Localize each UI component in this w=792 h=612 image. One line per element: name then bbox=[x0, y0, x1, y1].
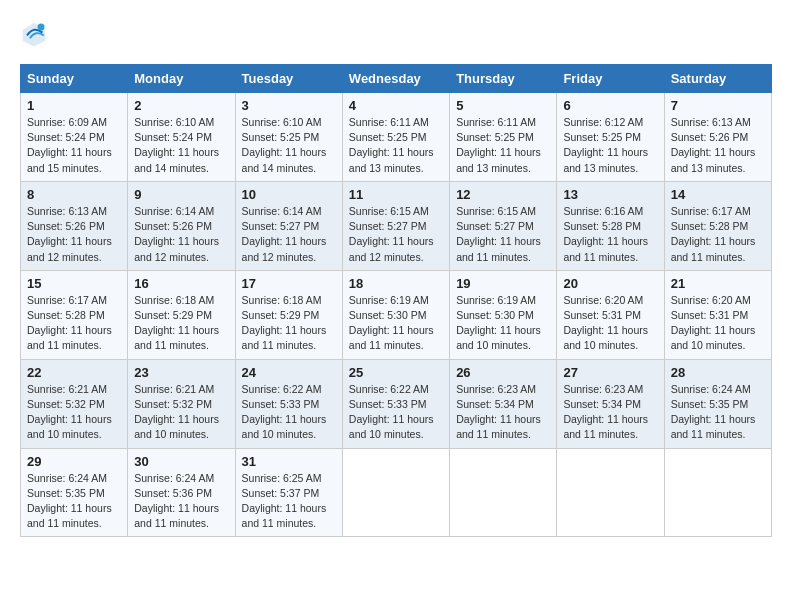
day-info: Sunrise: 6:11 AM Sunset: 5:25 PM Dayligh… bbox=[349, 115, 443, 176]
day-info: Sunrise: 6:21 AM Sunset: 5:32 PM Dayligh… bbox=[27, 382, 121, 443]
calendar-cell bbox=[342, 448, 449, 537]
day-info: Sunrise: 6:18 AM Sunset: 5:29 PM Dayligh… bbox=[134, 293, 228, 354]
day-number: 18 bbox=[349, 276, 443, 291]
day-info: Sunrise: 6:24 AM Sunset: 5:35 PM Dayligh… bbox=[671, 382, 765, 443]
calendar-cell: 14 Sunrise: 6:17 AM Sunset: 5:28 PM Dayl… bbox=[664, 181, 771, 270]
header-saturday: Saturday bbox=[664, 65, 771, 93]
day-number: 27 bbox=[563, 365, 657, 380]
day-info: Sunrise: 6:17 AM Sunset: 5:28 PM Dayligh… bbox=[671, 204, 765, 265]
calendar-cell: 30 Sunrise: 6:24 AM Sunset: 5:36 PM Dayl… bbox=[128, 448, 235, 537]
day-info: Sunrise: 6:12 AM Sunset: 5:25 PM Dayligh… bbox=[563, 115, 657, 176]
calendar-cell: 21 Sunrise: 6:20 AM Sunset: 5:31 PM Dayl… bbox=[664, 270, 771, 359]
day-number: 21 bbox=[671, 276, 765, 291]
logo bbox=[20, 20, 52, 48]
day-info: Sunrise: 6:17 AM Sunset: 5:28 PM Dayligh… bbox=[27, 293, 121, 354]
day-number: 6 bbox=[563, 98, 657, 113]
day-number: 24 bbox=[242, 365, 336, 380]
svg-point-1 bbox=[38, 24, 45, 31]
calendar-cell bbox=[664, 448, 771, 537]
day-info: Sunrise: 6:09 AM Sunset: 5:24 PM Dayligh… bbox=[27, 115, 121, 176]
day-number: 26 bbox=[456, 365, 550, 380]
day-info: Sunrise: 6:14 AM Sunset: 5:26 PM Dayligh… bbox=[134, 204, 228, 265]
day-info: Sunrise: 6:14 AM Sunset: 5:27 PM Dayligh… bbox=[242, 204, 336, 265]
calendar-cell: 25 Sunrise: 6:22 AM Sunset: 5:33 PM Dayl… bbox=[342, 359, 449, 448]
day-number: 16 bbox=[134, 276, 228, 291]
day-number: 20 bbox=[563, 276, 657, 291]
calendar-cell: 29 Sunrise: 6:24 AM Sunset: 5:35 PM Dayl… bbox=[21, 448, 128, 537]
calendar-week-row: 29 Sunrise: 6:24 AM Sunset: 5:35 PM Dayl… bbox=[21, 448, 772, 537]
calendar-cell: 8 Sunrise: 6:13 AM Sunset: 5:26 PM Dayli… bbox=[21, 181, 128, 270]
day-info: Sunrise: 6:15 AM Sunset: 5:27 PM Dayligh… bbox=[456, 204, 550, 265]
day-info: Sunrise: 6:13 AM Sunset: 5:26 PM Dayligh… bbox=[27, 204, 121, 265]
day-number: 29 bbox=[27, 454, 121, 469]
page-header bbox=[20, 20, 772, 48]
calendar-week-row: 8 Sunrise: 6:13 AM Sunset: 5:26 PM Dayli… bbox=[21, 181, 772, 270]
calendar-cell: 26 Sunrise: 6:23 AM Sunset: 5:34 PM Dayl… bbox=[450, 359, 557, 448]
day-info: Sunrise: 6:23 AM Sunset: 5:34 PM Dayligh… bbox=[563, 382, 657, 443]
day-info: Sunrise: 6:16 AM Sunset: 5:28 PM Dayligh… bbox=[563, 204, 657, 265]
day-info: Sunrise: 6:24 AM Sunset: 5:35 PM Dayligh… bbox=[27, 471, 121, 532]
day-number: 22 bbox=[27, 365, 121, 380]
day-info: Sunrise: 6:19 AM Sunset: 5:30 PM Dayligh… bbox=[349, 293, 443, 354]
day-number: 2 bbox=[134, 98, 228, 113]
day-number: 3 bbox=[242, 98, 336, 113]
calendar-cell: 11 Sunrise: 6:15 AM Sunset: 5:27 PM Dayl… bbox=[342, 181, 449, 270]
calendar-cell: 6 Sunrise: 6:12 AM Sunset: 5:25 PM Dayli… bbox=[557, 93, 664, 182]
calendar-cell: 15 Sunrise: 6:17 AM Sunset: 5:28 PM Dayl… bbox=[21, 270, 128, 359]
calendar-cell: 27 Sunrise: 6:23 AM Sunset: 5:34 PM Dayl… bbox=[557, 359, 664, 448]
day-info: Sunrise: 6:20 AM Sunset: 5:31 PM Dayligh… bbox=[671, 293, 765, 354]
calendar-cell: 19 Sunrise: 6:19 AM Sunset: 5:30 PM Dayl… bbox=[450, 270, 557, 359]
day-info: Sunrise: 6:22 AM Sunset: 5:33 PM Dayligh… bbox=[242, 382, 336, 443]
day-info: Sunrise: 6:21 AM Sunset: 5:32 PM Dayligh… bbox=[134, 382, 228, 443]
day-info: Sunrise: 6:24 AM Sunset: 5:36 PM Dayligh… bbox=[134, 471, 228, 532]
day-info: Sunrise: 6:10 AM Sunset: 5:24 PM Dayligh… bbox=[134, 115, 228, 176]
logo-icon bbox=[20, 20, 48, 48]
day-number: 17 bbox=[242, 276, 336, 291]
calendar-table: SundayMondayTuesdayWednesdayThursdayFrid… bbox=[20, 64, 772, 537]
day-info: Sunrise: 6:19 AM Sunset: 5:30 PM Dayligh… bbox=[456, 293, 550, 354]
header-monday: Monday bbox=[128, 65, 235, 93]
day-number: 7 bbox=[671, 98, 765, 113]
calendar-cell: 22 Sunrise: 6:21 AM Sunset: 5:32 PM Dayl… bbox=[21, 359, 128, 448]
day-info: Sunrise: 6:18 AM Sunset: 5:29 PM Dayligh… bbox=[242, 293, 336, 354]
calendar-cell: 10 Sunrise: 6:14 AM Sunset: 5:27 PM Dayl… bbox=[235, 181, 342, 270]
header-sunday: Sunday bbox=[21, 65, 128, 93]
calendar-cell: 17 Sunrise: 6:18 AM Sunset: 5:29 PM Dayl… bbox=[235, 270, 342, 359]
header-tuesday: Tuesday bbox=[235, 65, 342, 93]
day-number: 11 bbox=[349, 187, 443, 202]
calendar-cell: 16 Sunrise: 6:18 AM Sunset: 5:29 PM Dayl… bbox=[128, 270, 235, 359]
calendar-cell bbox=[557, 448, 664, 537]
calendar-week-row: 22 Sunrise: 6:21 AM Sunset: 5:32 PM Dayl… bbox=[21, 359, 772, 448]
day-number: 5 bbox=[456, 98, 550, 113]
calendar-header-row: SundayMondayTuesdayWednesdayThursdayFrid… bbox=[21, 65, 772, 93]
day-number: 31 bbox=[242, 454, 336, 469]
day-info: Sunrise: 6:22 AM Sunset: 5:33 PM Dayligh… bbox=[349, 382, 443, 443]
day-number: 12 bbox=[456, 187, 550, 202]
day-number: 4 bbox=[349, 98, 443, 113]
header-thursday: Thursday bbox=[450, 65, 557, 93]
calendar-cell: 7 Sunrise: 6:13 AM Sunset: 5:26 PM Dayli… bbox=[664, 93, 771, 182]
calendar-cell: 5 Sunrise: 6:11 AM Sunset: 5:25 PM Dayli… bbox=[450, 93, 557, 182]
calendar-cell: 13 Sunrise: 6:16 AM Sunset: 5:28 PM Dayl… bbox=[557, 181, 664, 270]
day-number: 15 bbox=[27, 276, 121, 291]
calendar-week-row: 1 Sunrise: 6:09 AM Sunset: 5:24 PM Dayli… bbox=[21, 93, 772, 182]
calendar-cell: 23 Sunrise: 6:21 AM Sunset: 5:32 PM Dayl… bbox=[128, 359, 235, 448]
day-info: Sunrise: 6:23 AM Sunset: 5:34 PM Dayligh… bbox=[456, 382, 550, 443]
day-info: Sunrise: 6:25 AM Sunset: 5:37 PM Dayligh… bbox=[242, 471, 336, 532]
header-friday: Friday bbox=[557, 65, 664, 93]
day-info: Sunrise: 6:11 AM Sunset: 5:25 PM Dayligh… bbox=[456, 115, 550, 176]
day-info: Sunrise: 6:10 AM Sunset: 5:25 PM Dayligh… bbox=[242, 115, 336, 176]
day-number: 1 bbox=[27, 98, 121, 113]
day-info: Sunrise: 6:20 AM Sunset: 5:31 PM Dayligh… bbox=[563, 293, 657, 354]
day-number: 19 bbox=[456, 276, 550, 291]
calendar-cell: 20 Sunrise: 6:20 AM Sunset: 5:31 PM Dayl… bbox=[557, 270, 664, 359]
calendar-cell bbox=[450, 448, 557, 537]
day-number: 30 bbox=[134, 454, 228, 469]
day-number: 28 bbox=[671, 365, 765, 380]
calendar-week-row: 15 Sunrise: 6:17 AM Sunset: 5:28 PM Dayl… bbox=[21, 270, 772, 359]
day-number: 25 bbox=[349, 365, 443, 380]
day-number: 9 bbox=[134, 187, 228, 202]
calendar-cell: 4 Sunrise: 6:11 AM Sunset: 5:25 PM Dayli… bbox=[342, 93, 449, 182]
day-number: 10 bbox=[242, 187, 336, 202]
calendar-cell: 18 Sunrise: 6:19 AM Sunset: 5:30 PM Dayl… bbox=[342, 270, 449, 359]
